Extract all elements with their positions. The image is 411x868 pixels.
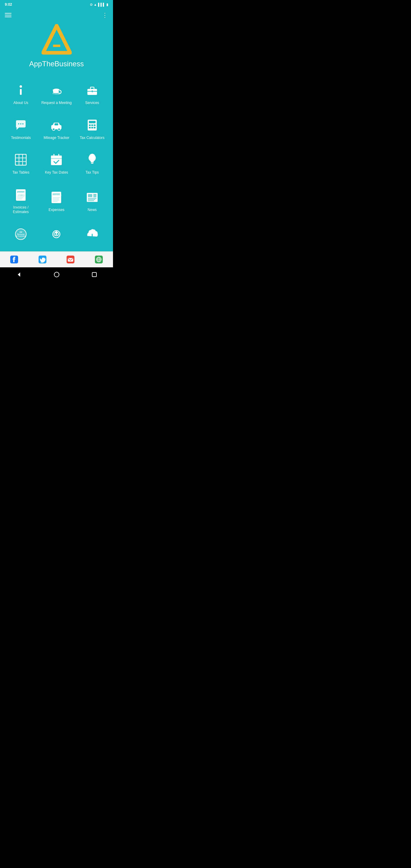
- download-icon: [85, 227, 100, 242]
- svg-rect-37: [91, 161, 94, 162]
- email-button[interactable]: [66, 255, 75, 264]
- share-icon: [49, 227, 64, 242]
- recents-button[interactable]: [90, 270, 98, 279]
- grid-item-invoices-estimates[interactable]: INVOICES ESTIMATES Invoices / Estimates: [3, 182, 38, 221]
- briefcase-icon: [85, 83, 100, 98]
- svg-rect-23: [89, 127, 91, 128]
- svg-rect-25: [94, 127, 96, 128]
- hmrc-icon: HM Revenue& Customs: [13, 227, 28, 242]
- menu-button[interactable]: [5, 13, 11, 17]
- expenses-icon: EXPENSES: [49, 190, 64, 205]
- about-us-label: About Us: [13, 101, 28, 105]
- calculator-icon: [85, 118, 100, 133]
- bottom-nav: [0, 251, 113, 267]
- grid-item-mileage-tracker[interactable]: Mileage Tracker: [38, 112, 74, 147]
- request-meeting-label: Request a Meeting: [41, 101, 72, 105]
- svg-point-12: [20, 123, 22, 124]
- tax-tables-label: Tax Tables: [12, 170, 29, 175]
- grid-item-expenses[interactable]: EXPENSES Expenses: [38, 182, 74, 221]
- back-button[interactable]: [15, 270, 23, 279]
- status-time: 9:02: [5, 2, 12, 7]
- svg-rect-26: [15, 154, 26, 165]
- car-icon: [49, 118, 64, 133]
- svg-marker-76: [18, 273, 20, 277]
- svg-point-3: [20, 85, 22, 88]
- grid-item-hmrc[interactable]: HM Revenue& Customs: [3, 221, 38, 251]
- signal-icon: ▌▌▌: [98, 3, 105, 6]
- website-button[interactable]: [95, 255, 103, 264]
- more-options-button[interactable]: ⋮: [102, 11, 108, 19]
- twitter-button[interactable]: [38, 255, 47, 264]
- grid-item-tax-calculators[interactable]: Tax Calculators: [74, 112, 110, 147]
- app-title: AppTheBusiness: [29, 60, 84, 68]
- lightbulb-icon: [85, 152, 100, 167]
- invoice-icon: INVOICES ESTIMATES: [13, 187, 28, 202]
- battery-icon: ▮: [106, 3, 108, 7]
- svg-rect-4: [20, 89, 22, 95]
- tax-tips-label: Tax Tips: [86, 170, 99, 175]
- svg-text:EXPENSES: EXPENSES: [53, 194, 62, 196]
- svg-rect-7: [59, 91, 59, 93]
- news-label: News: [88, 208, 97, 213]
- services-label: Services: [85, 101, 99, 105]
- svg-rect-22: [94, 124, 96, 126]
- tax-calculators-label: Tax Calculators: [80, 135, 104, 141]
- home-button[interactable]: [53, 270, 61, 279]
- android-nav-bar: [0, 267, 113, 282]
- svg-point-16: [58, 128, 60, 130]
- key-tax-dates-label: Key Tax Dates: [45, 170, 68, 175]
- testimonials-label: Testimonials: [11, 135, 31, 141]
- grid-item-tax-tables[interactable]: Tax Tables: [3, 147, 38, 182]
- expenses-label: Expenses: [49, 208, 64, 213]
- info-icon: [13, 83, 28, 98]
- svg-point-13: [22, 123, 24, 124]
- app-logo: [41, 24, 72, 57]
- calendar-check-icon: [49, 152, 64, 167]
- svg-rect-24: [91, 127, 93, 128]
- grid-item-tax-tips[interactable]: Tax Tips: [74, 147, 110, 182]
- grid-item-testimonials[interactable]: Testimonials: [3, 112, 38, 147]
- status-bar: 9:02 ⊙ ▲ ▌▌▌ ▮: [0, 0, 113, 8]
- svg-rect-54: [88, 194, 92, 197]
- invoices-estimates-label: Invoices / Estimates: [5, 205, 36, 215]
- mileage-tracker-label: Mileage Tracker: [44, 135, 69, 141]
- status-icons: ⊙ ▲ ▌▌▌ ▮: [90, 3, 108, 7]
- svg-text:ESTIMATES: ESTIMATES: [18, 194, 25, 196]
- svg-rect-21: [91, 124, 93, 126]
- logo-section: AppTheBusiness: [0, 21, 113, 77]
- facebook-button[interactable]: [10, 255, 19, 264]
- svg-point-62: [55, 231, 58, 234]
- grid-item-news[interactable]: News: [74, 182, 110, 221]
- newspaper-icon: [85, 190, 100, 205]
- wifi-icon: ▲: [94, 3, 97, 6]
- svg-rect-32: [51, 156, 62, 158]
- circle-icon: ⊙: [90, 3, 93, 7]
- svg-rect-17: [55, 123, 58, 125]
- grid-item-download[interactable]: [74, 221, 110, 251]
- svg-rect-19: [89, 121, 96, 123]
- coffee-icon: [49, 83, 64, 98]
- grid-item-request-meeting[interactable]: Request a Meeting: [38, 77, 74, 112]
- grid-item-about-us[interactable]: About Us: [3, 77, 38, 112]
- top-bar: ⋮: [0, 8, 113, 21]
- svg-rect-38: [91, 163, 93, 164]
- svg-point-11: [18, 123, 19, 124]
- grid-table-icon: [13, 152, 28, 167]
- grid-item-share[interactable]: [38, 221, 74, 251]
- svg-text:INVOICES: INVOICES: [18, 192, 25, 193]
- main-grid: About Us Request a Meeting: [0, 77, 113, 251]
- svg-rect-20: [89, 124, 91, 126]
- grid-item-key-tax-dates[interactable]: Key Tax Dates: [38, 147, 74, 182]
- chat-icon: [13, 118, 28, 133]
- grid-item-services[interactable]: Services: [74, 77, 110, 112]
- svg-point-15: [53, 128, 55, 130]
